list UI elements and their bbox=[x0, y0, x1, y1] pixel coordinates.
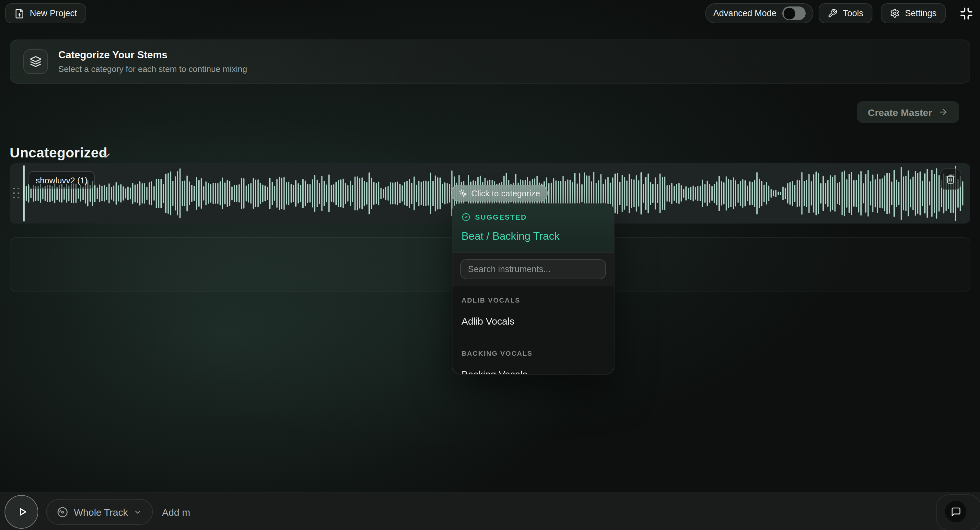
instrument-group-header: BACKING VOCALS bbox=[461, 349, 605, 358]
collapse-icon bbox=[959, 6, 974, 21]
instrument-list: ADLIB VOCALSAdlib VocalsBACKING VOCALSBa… bbox=[452, 286, 614, 374]
delete-stem-button[interactable] bbox=[940, 168, 961, 190]
disc-icon bbox=[57, 506, 68, 517]
settings-button[interactable]: Settings bbox=[881, 3, 946, 23]
advanced-mode-label: Advanced Mode bbox=[713, 8, 776, 18]
category-dropdown: SUGGESTED Beat / Backing Track ADLIB VOC… bbox=[452, 203, 614, 374]
badge-check-icon bbox=[461, 213, 471, 222]
suggested-category[interactable]: Beat / Backing Track bbox=[461, 230, 605, 242]
create-master-label: Create Master bbox=[868, 106, 932, 117]
tools-label: Tools bbox=[843, 8, 863, 18]
gear-icon bbox=[890, 8, 900, 18]
tools-button[interactable]: Tools bbox=[819, 3, 872, 23]
bottom-bar: Whole Track Add m bbox=[0, 492, 980, 530]
new-project-label: New Project bbox=[30, 8, 77, 18]
chat-button[interactable] bbox=[945, 501, 966, 522]
instrument-group-header: ADLIB VOCALS bbox=[461, 296, 605, 305]
categorize-banner: Categorize Your Stems Select a category … bbox=[10, 40, 970, 84]
pointer-click-icon bbox=[459, 189, 467, 197]
whole-track-selector[interactable]: Whole Track bbox=[46, 499, 153, 525]
banner-title: Categorize Your Stems bbox=[58, 49, 247, 61]
settings-label: Settings bbox=[905, 8, 937, 18]
whole-track-label: Whole Track bbox=[74, 506, 128, 517]
arrow-right-icon bbox=[938, 107, 948, 117]
file-plus-icon bbox=[14, 8, 25, 19]
message-bubble-icon bbox=[950, 506, 961, 517]
layers-icon bbox=[23, 49, 48, 74]
click-to-categorize-button[interactable]: Click to categorize bbox=[451, 185, 548, 202]
play-icon bbox=[13, 505, 30, 519]
banner-subtitle: Select a category for each stem to conti… bbox=[58, 64, 247, 74]
create-master-button[interactable]: Create Master bbox=[857, 101, 959, 123]
toggle-knob bbox=[783, 8, 795, 19]
new-project-button[interactable]: New Project bbox=[5, 3, 86, 23]
section-title: Uncategorized bbox=[10, 145, 108, 161]
advanced-mode-pill[interactable]: Advanced Mode bbox=[705, 3, 813, 23]
suggested-option[interactable]: SUGGESTED Beat / Backing Track bbox=[452, 204, 614, 252]
collapse-window-button[interactable] bbox=[957, 3, 976, 23]
chevron-down-icon bbox=[134, 508, 142, 516]
search-section bbox=[452, 252, 614, 286]
suggested-label: SUGGESTED bbox=[475, 213, 527, 221]
advanced-mode-toggle[interactable] bbox=[782, 6, 806, 20]
instrument-item[interactable]: Adlib Vocals bbox=[461, 315, 605, 327]
stem-name-chip: showluvv2 (1) bbox=[29, 171, 95, 189]
play-button[interactable] bbox=[5, 495, 38, 529]
section-collapse-chevron-icon[interactable] bbox=[100, 150, 112, 161]
app-window: New Project Advanced Mode Tools Settings bbox=[0, 0, 980, 530]
add-prompt-text: Add m bbox=[162, 493, 190, 530]
trash-icon bbox=[946, 174, 955, 184]
drag-handle[interactable] bbox=[13, 187, 20, 199]
categorize-label: Click to categorize bbox=[471, 188, 540, 198]
instrument-item[interactable]: Backing Vocals bbox=[461, 368, 605, 374]
wrench-icon bbox=[828, 8, 838, 18]
playhead bbox=[23, 165, 24, 222]
search-instruments-input[interactable] bbox=[460, 259, 606, 279]
